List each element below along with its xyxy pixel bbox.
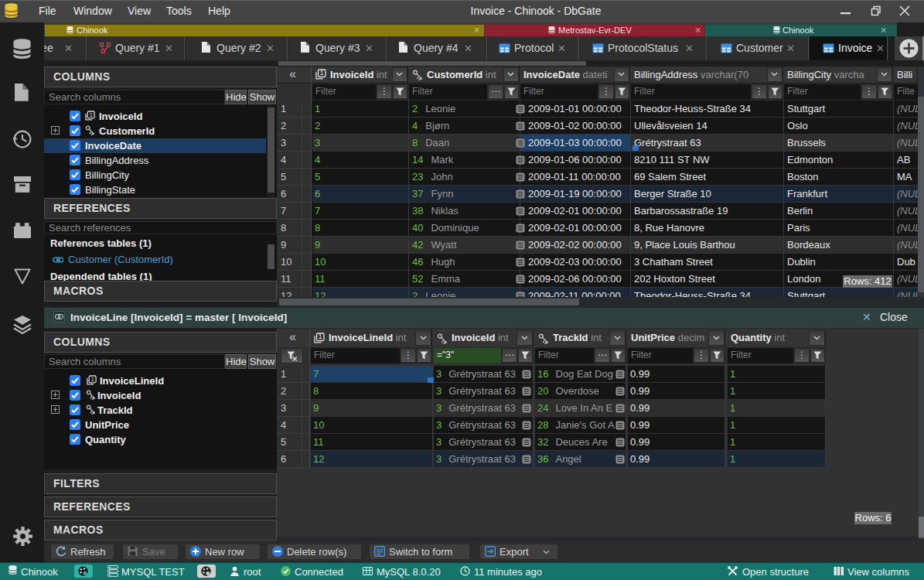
svg-text:1: 1 bbox=[90, 376, 94, 383]
svg-text:1: 1 bbox=[320, 69, 324, 77]
svg-text:1: 1 bbox=[319, 333, 322, 340]
svg-text:1: 1 bbox=[89, 111, 93, 118]
